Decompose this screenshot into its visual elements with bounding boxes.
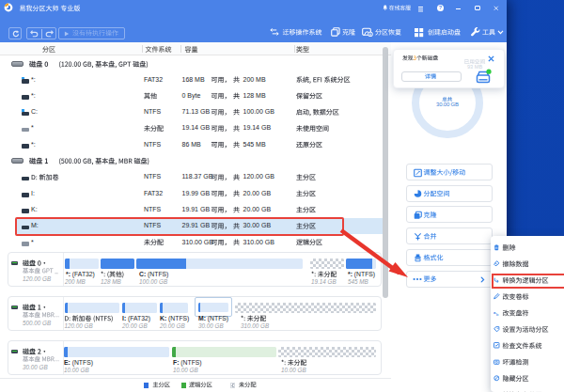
svg-text:b: b — [496, 312, 499, 316]
